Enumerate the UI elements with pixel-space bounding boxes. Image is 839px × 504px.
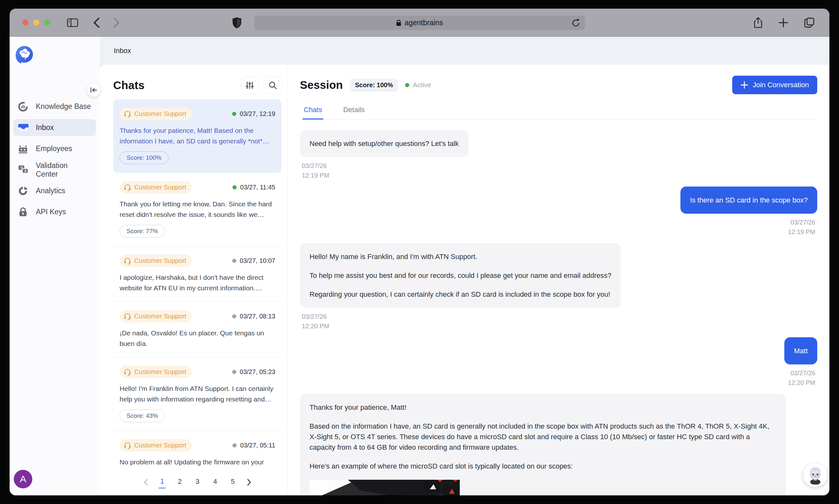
message-timestamp: 03/27/26 12:19 PM <box>302 161 329 180</box>
sidebar-item-validation-center[interactable]: QAValidation Center <box>14 161 96 178</box>
page-5[interactable]: 5 <box>229 477 236 488</box>
browser-sidebar-toggle-icon[interactable] <box>67 18 78 27</box>
chat-preview-text: ¡De nada, Osvaldo! Es un placer. Que ten… <box>120 328 275 349</box>
join-conversation-button[interactable]: Join Conversation <box>732 76 817 94</box>
chat-list-item[interactable]: Customer Support 03/27, 08:13 ¡De nada, … <box>113 302 282 357</box>
message-date: 03/27/26 <box>302 161 329 170</box>
filter-button[interactable] <box>241 76 259 94</box>
message-time: 12:19 PM <box>302 170 329 180</box>
search-button[interactable] <box>264 76 282 94</box>
analytics-icon <box>18 186 28 196</box>
chat-list-item[interactable]: Customer Support 03/27, 10:07 I apologiz… <box>113 246 282 302</box>
status-dot <box>232 259 236 263</box>
share-icon[interactable] <box>753 17 763 29</box>
session-score-badge: Score: 100% <box>350 78 398 92</box>
page-2[interactable]: 2 <box>176 477 183 488</box>
status-dot <box>233 185 237 190</box>
page-4[interactable]: 4 <box>212 477 219 488</box>
robot-face-icon <box>806 466 825 485</box>
tab-overview-icon[interactable] <box>804 17 815 28</box>
chat-preview-text: No problem at all! Updating the firmware… <box>120 457 275 469</box>
status-dot <box>232 370 236 374</box>
active-status-dot <box>405 83 409 87</box>
chat-list-item[interactable]: Customer Support 03/27, 12:19 Thanks for… <box>113 99 282 173</box>
page-1[interactable]: 1 <box>159 476 166 488</box>
agent-robot-avatar[interactable] <box>803 463 827 487</box>
status-dot <box>232 112 236 116</box>
message-timestamp: 03/27/26 12:20 PM <box>788 368 815 388</box>
address-bar[interactable]: agentbrains <box>254 16 585 30</box>
customer-support-badge: Customer Support <box>120 439 192 452</box>
browser-chrome: agentbrains <box>10 8 829 37</box>
chat-list: Customer Support 03/27, 12:19 Thanks for… <box>113 99 282 469</box>
chat-message: Need help with setup/other questions? Le… <box>300 130 817 180</box>
plus-icon <box>740 81 748 89</box>
sidebar-item-inbox[interactable]: Inbox <box>14 119 96 136</box>
sidebar-item-employees[interactable]: Employees <box>14 140 96 157</box>
page-3[interactable]: 3 <box>194 477 201 488</box>
customer-support-badge: Customer Support <box>120 181 192 194</box>
chat-score-badge: Score: 100% <box>120 151 169 164</box>
pagination: 12345 <box>113 469 282 496</box>
panels: Chats Customer Support <box>100 65 829 496</box>
lock-icon <box>396 19 401 26</box>
chat-list-item[interactable]: Customer Support 03/27, 11:45 Thank you … <box>113 173 282 246</box>
chat-list-item[interactable]: Customer Support 03/27, 05:23 Hello! I'm… <box>113 357 282 431</box>
chat-message-bubble: Thanks for your patience, Matt!Based on … <box>300 394 786 496</box>
sidebar-item-api-keys[interactable]: API Keys <box>14 203 96 220</box>
forward-icon[interactable] <box>113 17 120 28</box>
sidebar-collapse-button[interactable] <box>87 83 100 97</box>
status-dot <box>233 443 237 448</box>
message-time: 12:19 PM <box>788 227 815 237</box>
chat-preview-text: I apologize, Harshaka, but I don't have … <box>120 272 275 293</box>
privacy-shield-icon[interactable] <box>232 17 242 30</box>
chat-message-bubble: Need help with setup/other questions? Le… <box>300 130 468 157</box>
prev-page-icon[interactable] <box>143 479 148 486</box>
chat-score-badge: Score: 43% <box>120 410 165 422</box>
session-status: Active <box>405 81 431 89</box>
customer-support-badge: Customer Support <box>120 108 192 120</box>
tab-chats[interactable]: Chats <box>303 104 323 120</box>
agentbrains-logo-icon <box>15 46 33 65</box>
user-avatar[interactable]: A <box>14 470 32 488</box>
session-title: Session <box>300 78 343 91</box>
headset-icon <box>124 110 131 118</box>
next-page-icon[interactable] <box>247 479 251 486</box>
minimize-window-button[interactable] <box>33 19 39 25</box>
chat-date: 03/27, 05:11 <box>240 442 275 449</box>
sidebar-item-label: Inbox <box>36 123 54 132</box>
status-dot <box>232 314 236 319</box>
traffic-lights <box>22 19 50 25</box>
breadcrumb: Inbox <box>100 37 829 65</box>
back-icon[interactable] <box>93 17 100 28</box>
chrome-actions <box>753 8 815 36</box>
chat-date: 03/27, 11:45 <box>240 184 275 191</box>
sidebar-item-analytics[interactable]: Analytics <box>14 182 96 199</box>
search-icon <box>269 81 277 89</box>
app-root: Knowledge BaseInboxEmployeesQAValidation… <box>10 37 829 496</box>
chat-score-badge: Score: 77% <box>120 225 165 238</box>
session-tabs: ChatsDetails <box>300 104 817 120</box>
chat-date: 03/27, 12:19 <box>240 110 275 118</box>
chat-list-item[interactable]: Customer Support 03/27, 05:11 No problem… <box>113 431 282 469</box>
reload-icon[interactable] <box>572 18 581 28</box>
new-tab-icon[interactable] <box>778 18 788 28</box>
messages-area: Need help with setup/other questions? Le… <box>300 120 817 496</box>
zoom-window-button[interactable] <box>44 19 50 25</box>
headset-icon <box>124 257 131 265</box>
close-window-button[interactable] <box>22 19 29 25</box>
chat-preview-text: Hello! I'm Franklin from ATN Support. I … <box>120 383 275 404</box>
browser-window: agentbrains <box>10 8 829 496</box>
chat-message-bubble: Hello! My name is Franklin, and I'm with… <box>300 243 621 308</box>
chat-date: 03/27, 10:07 <box>240 257 275 265</box>
sidebar-item-knowledge-base[interactable]: Knowledge Base <box>14 98 96 115</box>
chat-date: 03/27, 05:23 <box>240 368 275 376</box>
message-date: 03/27/26 <box>788 368 815 378</box>
chat-preview-text: Thanks for your patience, Matt! Based on… <box>120 126 275 146</box>
tab-details[interactable]: Details <box>342 104 366 120</box>
headset-icon <box>124 368 131 376</box>
message-time: 12:20 PM <box>302 321 329 331</box>
chat-message: Matt <box>300 337 817 388</box>
session-panel: Session Score: 100% Active Join Conversa… <box>288 65 829 496</box>
sidebar-nav: Knowledge BaseInboxEmployeesQAValidation… <box>14 98 96 220</box>
